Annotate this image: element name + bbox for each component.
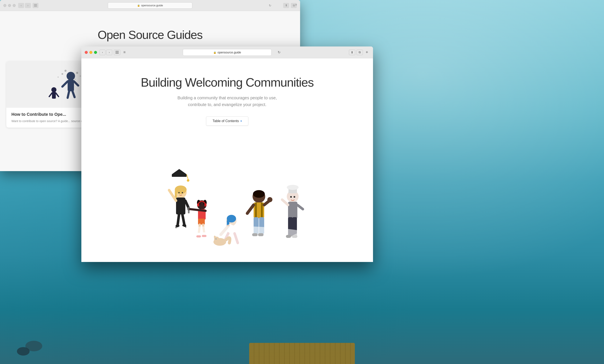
svg-line-93 (247, 205, 254, 213)
bg-nav-buttons: ‹ › (18, 3, 31, 8)
svg-rect-89 (255, 202, 257, 218)
bg-url-text: opensource.guide (141, 4, 163, 7)
fg-add-tab-button[interactable]: + (364, 50, 370, 55)
bg-share-button[interactable]: ⬆ (283, 3, 289, 8)
svg-line-105 (297, 205, 303, 209)
fg-minimize-button[interactable] (89, 51, 92, 54)
svg-line-22 (73, 91, 75, 97)
svg-line-41 (187, 174, 188, 179)
bg-lock-icon: 🔒 (137, 4, 140, 7)
fg-page-content: Building Welcoming Communities Building … (81, 58, 373, 262)
svg-line-20 (74, 81, 78, 86)
bg-minimize-btn[interactable] (8, 4, 11, 7)
svg-line-25 (49, 93, 52, 97)
rock-2 (17, 347, 30, 356)
svg-point-95 (267, 197, 272, 202)
svg-point-46 (178, 192, 180, 193)
bg-titlebar: ‹ › 🔒 opensource.guide ↻ ⬆ ⧉ + (0, 0, 300, 11)
toc-button-label: Table of Contents (213, 119, 239, 123)
svg-rect-2 (34, 6, 37, 7)
svg-point-42 (187, 179, 189, 182)
fg-titlebar: ‹ › ≡ 🔒 opensource.guide ↻ ⬆ ⧉ + (81, 47, 373, 58)
fg-url-text: opensource.guide (217, 51, 241, 54)
fg-reload-button[interactable]: ↻ (276, 49, 282, 56)
svg-point-47 (182, 192, 183, 193)
svg-point-27 (76, 72, 78, 74)
svg-line-104 (282, 200, 288, 205)
fg-page-subtitle: Building a community that encourages peo… (177, 94, 277, 108)
fg-traffic-lights (85, 51, 97, 54)
bg-maximize-btn[interactable] (13, 4, 16, 7)
bg-forward-button[interactable]: › (25, 3, 31, 8)
fg-back-button[interactable]: ‹ (100, 50, 105, 55)
toc-arrow-icon: ▾ (240, 120, 242, 123)
svg-point-31 (62, 73, 63, 75)
fg-right-actions: ⬆ ⧉ + (349, 50, 370, 55)
toc-button[interactable]: Table of Contents ▾ (206, 116, 249, 126)
dock (249, 343, 355, 364)
svg-point-109 (294, 196, 295, 198)
fg-menu-button[interactable]: ≡ (122, 50, 127, 55)
bg-add-tab-button[interactable]: + (294, 2, 298, 7)
svg-rect-0 (34, 4, 37, 5)
bg-reload-button[interactable]: ↻ (267, 3, 273, 8)
ground-shape-2 (289, 230, 348, 251)
svg-point-33 (64, 70, 67, 72)
svg-rect-1 (34, 5, 37, 6)
svg-point-23 (51, 87, 56, 92)
svg-rect-90 (261, 202, 263, 218)
fg-forward-button[interactable]: › (106, 50, 112, 55)
svg-rect-34 (115, 51, 119, 51)
fg-nav-buttons: ‹ › (100, 50, 112, 55)
bg-url-bar[interactable]: 🔒 opensource.guide (108, 2, 192, 9)
fg-sidebar-button[interactable] (114, 50, 120, 55)
svg-rect-63 (204, 203, 206, 206)
bg-back-button[interactable]: ‹ (18, 3, 24, 8)
fg-url-bar[interactable]: 🔒 opensource.guide (183, 49, 272, 56)
svg-point-87 (253, 190, 265, 198)
svg-line-21 (68, 91, 69, 98)
bg-sidebar-button[interactable] (33, 3, 38, 8)
svg-point-100 (287, 185, 299, 190)
fg-maximize-button[interactable] (94, 51, 97, 54)
community-illustration (90, 132, 365, 253)
svg-point-17 (67, 72, 75, 80)
svg-point-108 (290, 196, 292, 198)
svg-rect-35 (115, 52, 119, 53)
svg-line-19 (62, 81, 68, 87)
fg-share-button[interactable]: ⬆ (349, 50, 355, 55)
svg-rect-48 (176, 198, 185, 214)
svg-point-28 (80, 75, 81, 77)
bg-traffic-lights (3, 4, 16, 7)
fg-lock-icon: 🔒 (213, 51, 216, 54)
fg-duplicate-button[interactable]: ⧉ (356, 50, 363, 55)
svg-point-30 (74, 79, 76, 80)
svg-line-54 (182, 214, 185, 226)
svg-point-32 (58, 76, 59, 78)
svg-rect-62 (197, 203, 199, 206)
svg-rect-36 (115, 53, 119, 54)
bg-page-title: Open Source Guides (8, 28, 292, 42)
svg-line-53 (177, 214, 179, 226)
foreground-browser: ‹ › ≡ 🔒 opensource.guide ↻ ⬆ ⧉ + Buildin… (81, 47, 373, 262)
bg-close-btn[interactable] (3, 4, 6, 7)
fg-close-button[interactable] (85, 51, 88, 54)
fg-page-title: Building Welcoming Communities (141, 75, 314, 89)
svg-line-26 (56, 93, 59, 97)
svg-rect-101 (288, 202, 297, 219)
